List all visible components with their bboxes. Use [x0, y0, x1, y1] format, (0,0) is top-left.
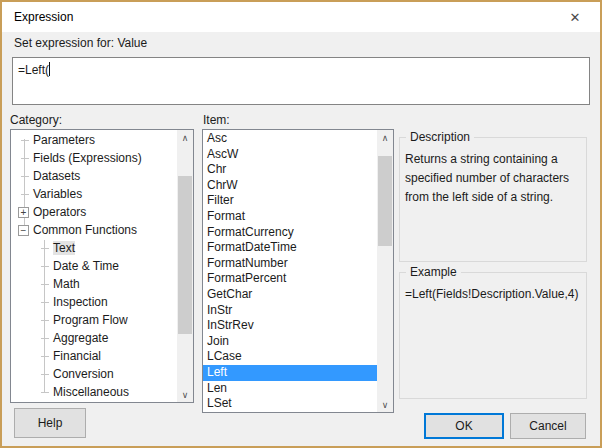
tree-expander-icon[interactable]: +	[18, 207, 29, 218]
tree-item-label: Common Functions	[33, 223, 137, 237]
tree-connector	[41, 284, 49, 285]
tree-item-label: Fields (Expressions)	[33, 151, 142, 165]
function-list-scrollbar[interactable]: ∧ ∨	[377, 130, 393, 412]
description-title: Description	[406, 130, 474, 144]
description-panel: Description Returns a string containing …	[399, 137, 587, 262]
tree-connector	[21, 140, 29, 141]
example-title: Example	[406, 265, 461, 279]
tree-item-label: Miscellaneous	[53, 385, 129, 399]
example-text: =Left(Fields!Description.Value,4)	[405, 287, 579, 301]
tree-expander-icon[interactable]: −	[18, 225, 29, 236]
tree-item-label: Datasets	[33, 169, 80, 183]
function-scroll-thumb[interactable]	[378, 156, 392, 246]
tree-connector	[41, 266, 49, 267]
tree-connector	[41, 248, 49, 249]
tree-item[interactable]: Conversion	[11, 365, 177, 383]
scroll-up-icon[interactable]: ∧	[177, 130, 193, 145]
tree-item-label: Financial	[53, 349, 101, 363]
tree-item[interactable]: Fields (Expressions)	[11, 149, 177, 167]
list-item[interactable]: Left	[203, 365, 377, 381]
list-item[interactable]: FormatCurrency	[203, 225, 377, 241]
text-caret	[49, 62, 50, 76]
tree-item[interactable]: Math	[11, 275, 177, 293]
tree-connector	[41, 338, 49, 339]
help-button[interactable]: Help	[14, 408, 86, 438]
tree-item-label: Operators	[33, 205, 86, 219]
tree-item-label: Program Flow	[53, 313, 128, 327]
tree-connector	[41, 320, 49, 321]
tree-item[interactable]: + Operators	[11, 203, 177, 221]
tree-item[interactable]: Program Flow	[11, 311, 177, 329]
tree-item[interactable]: Text	[11, 239, 177, 257]
tree-connector	[41, 302, 49, 303]
list-item[interactable]: Join	[203, 334, 377, 350]
tree-connector	[21, 158, 29, 159]
tree-item[interactable]: − Common Functions	[11, 221, 177, 239]
list-item[interactable]: LSet	[203, 396, 377, 412]
tree-item[interactable]: Date & Time	[11, 257, 177, 275]
ok-button[interactable]: OK	[424, 413, 504, 439]
list-item[interactable]: Len	[203, 381, 377, 397]
list-item[interactable]: InStrRev	[203, 318, 377, 334]
list-item[interactable]: ChrW	[203, 178, 377, 194]
function-list-rows: Asc AscW Chr ChrW Filter Format FormatCu…	[203, 131, 377, 412]
tree-item[interactable]: Parameters	[11, 131, 177, 149]
expression-input[interactable]: =Left(	[12, 57, 590, 105]
tree-item[interactable]: Datasets	[11, 167, 177, 185]
tree-item-label: Date & Time	[53, 259, 119, 273]
expression-dialog: Expression ✕ Set expression for: Value =…	[0, 0, 602, 448]
expression-value: =Left(	[18, 63, 49, 77]
tree-item[interactable]: Miscellaneous	[11, 383, 177, 401]
tree-item-label: Conversion	[53, 367, 114, 381]
scroll-down-icon[interactable]: ∨	[377, 397, 393, 412]
scroll-up-icon[interactable]: ∧	[377, 130, 393, 145]
list-item[interactable]: Format	[203, 209, 377, 225]
list-item[interactable]: FormatPercent	[203, 271, 377, 287]
example-panel: Example =Left(Fields!Description.Value,4…	[399, 272, 587, 399]
list-item[interactable]: FormatNumber	[203, 256, 377, 272]
list-item[interactable]: LCase	[203, 349, 377, 365]
title-bar: Expression ✕	[2, 2, 600, 32]
list-item[interactable]: Asc	[203, 131, 377, 147]
item-label: Item:	[203, 113, 230, 127]
list-item[interactable]: Chr	[203, 162, 377, 178]
category-scroll-thumb[interactable]	[178, 176, 192, 334]
dialog-title: Expression	[14, 10, 73, 24]
tree-connector	[41, 356, 49, 357]
tree-item-label: Text	[53, 241, 75, 255]
category-scrollbar[interactable]: ∧ ∨	[177, 130, 193, 402]
tree-item-label: Math	[53, 277, 80, 291]
cancel-button[interactable]: Cancel	[510, 413, 586, 439]
category-tree[interactable]: Parameters Fields (Expressions) Datasets	[10, 129, 194, 403]
category-tree-rows: Parameters Fields (Expressions) Datasets	[11, 131, 177, 402]
tree-item-label: Aggregate	[53, 331, 108, 345]
tree-item[interactable]: Inspection	[11, 293, 177, 311]
tree-item-label: Inspection	[53, 295, 108, 309]
close-icon[interactable]: ✕	[556, 4, 594, 30]
list-item[interactable]: Filter	[203, 193, 377, 209]
tree-connector	[21, 194, 29, 195]
description-text: Returns a string containing a specified …	[405, 150, 581, 207]
category-label: Category:	[10, 113, 62, 127]
list-item[interactable]: GetChar	[203, 287, 377, 303]
set-expression-label: Set expression for: Value	[14, 36, 147, 50]
list-item[interactable]: FormatDateTime	[203, 240, 377, 256]
tree-connector	[41, 374, 49, 375]
scroll-down-icon[interactable]: ∨	[177, 387, 193, 402]
tree-item-label: Variables	[33, 187, 82, 201]
tree-item[interactable]: Financial	[11, 347, 177, 365]
list-item[interactable]: AscW	[203, 147, 377, 163]
tree-connector	[41, 392, 49, 393]
tree-item[interactable]: Aggregate	[11, 329, 177, 347]
tree-item[interactable]: Variables	[11, 185, 177, 203]
tree-connector	[21, 176, 29, 177]
tree-item-label: Parameters	[33, 133, 95, 147]
list-item[interactable]: InStr	[203, 303, 377, 319]
set-expression-row: Set expression for: Value	[2, 32, 600, 56]
function-list[interactable]: Asc AscW Chr ChrW Filter Format FormatCu…	[202, 129, 394, 413]
